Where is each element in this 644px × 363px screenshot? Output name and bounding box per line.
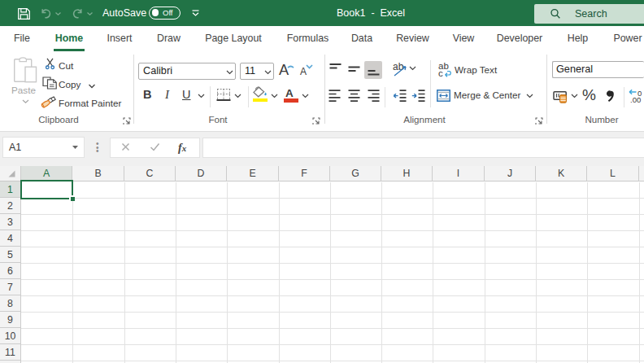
svg-text:.00: .00 <box>630 95 641 103</box>
